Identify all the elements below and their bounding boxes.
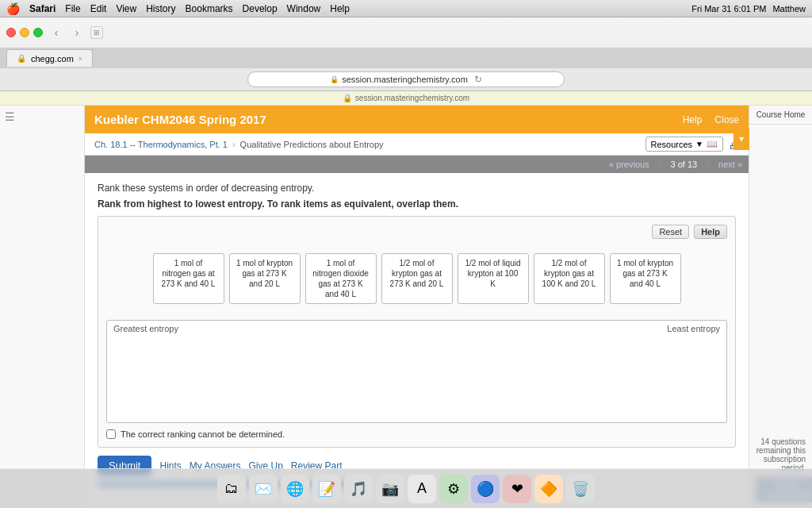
menu-bar: 🍎 Safari File Edit View History Bookmark… — [0, 0, 812, 17]
instruction2-text: Rank from highest to lowest entropy. To … — [98, 198, 458, 210]
ranking-area[interactable]: Greatest entropy Least entropy — [106, 320, 727, 423]
sidebar-menu-button[interactable]: ☰ — [0, 106, 84, 128]
main-content: Kuebler CHM2046 Spring 2017 Help Close C… — [85, 106, 749, 508]
menu-window[interactable]: Window — [287, 3, 321, 14]
browser-tab[interactable]: 🔒 chegg.com × — [6, 49, 93, 67]
browser-chrome: ‹ › ⊞ 🔒 chegg.com × 🔒 session.masteringc… — [0, 17, 812, 91]
greatest-entropy-label: Greatest entropy — [113, 324, 178, 333]
menu-edit[interactable]: Edit — [90, 3, 107, 14]
security-url: session.masteringchemistry.com — [355, 94, 469, 102]
dock: 🗂 ✉️ 🌐 📝 🎵 📷 A ⚙ 🔵 ❤ 🔶 🗑️ — [0, 468, 812, 508]
close-window-button[interactable] — [6, 28, 16, 37]
address-bar[interactable]: 🔒 session.masteringchemistry.com ↻ — [247, 71, 565, 87]
tab-close-icon[interactable]: × — [79, 55, 82, 63]
drag-item-1[interactable]: 1 mol of krypton gas at 273 K and 20 L — [229, 253, 301, 304]
right-sidebar: Course Home 14 questions remaining this … — [749, 106, 812, 508]
app-name[interactable]: Safari — [29, 3, 56, 14]
maximize-window-button[interactable] — [33, 28, 43, 37]
breadcrumb-current: Qualitative Predictions about Entropy — [240, 140, 384, 149]
menu-history[interactable]: History — [146, 3, 175, 14]
instruction2: Rank from highest to lowest entropy. To … — [98, 198, 736, 210]
items-area: 1 mol of nitrogen gas at 273 K and 40 L … — [106, 247, 727, 310]
dock-icon-app3[interactable]: 🔵 — [471, 475, 500, 503]
drag-container: Reset Help 1 mol of nitrogen gas at 273 … — [98, 216, 736, 448]
book-icon: 📖 — [707, 139, 718, 149]
breadcrumb-bar: Ch. 18.1 -- Thermodynamics, Pt. 1 › Qual… — [85, 133, 749, 156]
drag-item-2[interactable]: 1 mol of nitrogen dioxide gas at 273 K a… — [305, 253, 377, 304]
content-area: Rank these systems in order of decreasin… — [85, 173, 749, 508]
back-button[interactable]: ‹ — [49, 25, 63, 40]
menu-bookmarks[interactable]: Bookmarks — [186, 3, 233, 14]
lock-small-icon: 🔒 — [17, 54, 26, 63]
instruction1: Rank these systems in order of decreasin… — [98, 183, 736, 194]
menu-file[interactable]: File — [65, 3, 80, 14]
address-bar-row: 🔒 session.masteringchemistry.com ↻ — [0, 68, 812, 90]
help-link[interactable]: Help — [683, 114, 703, 125]
reload-button[interactable]: ↻ — [474, 74, 482, 85]
forward-button[interactable]: › — [70, 25, 84, 40]
breadcrumb-separator: › — [232, 140, 236, 149]
dock-icon-notes[interactable]: 📝 — [312, 475, 341, 503]
dock-icon-finder[interactable]: 🗂 — [217, 475, 246, 503]
traffic-lights — [6, 28, 43, 37]
dock-icon-app2[interactable]: ⚙ — [439, 475, 468, 503]
questions-remaining-text: 14 questions remaining this subscription… — [756, 437, 806, 472]
dock-icon-app1[interactable]: A — [408, 475, 436, 503]
tab-switcher-button[interactable]: ⊞ — [90, 26, 103, 39]
minimize-window-button[interactable] — [20, 28, 29, 37]
pagination-separator: | — [659, 160, 661, 169]
pagination-bar: « previous | 3 of 13 | next » — [85, 156, 749, 173]
left-sidebar: ☰ — [0, 106, 85, 508]
sidebar-toggle-button[interactable]: ▾ — [733, 128, 749, 150]
cannot-determine-label: The correct ranking cannot be determined… — [121, 429, 285, 439]
checkbox-row: The correct ranking cannot be determined… — [106, 429, 727, 439]
drag-item-3[interactable]: 1/2 mol of krypton gas at 273 K and 20 L — [381, 253, 453, 304]
resources-button[interactable]: Resources ▼ 📖 — [645, 137, 723, 152]
resources-label: Resources — [651, 140, 693, 149]
menu-develop[interactable]: Develop — [243, 3, 278, 14]
dock-icon-app4[interactable]: ❤ — [503, 475, 531, 503]
security-lock-icon: 🔒 — [343, 94, 352, 102]
drag-item-6[interactable]: 1 mol of krypton gas at 273 K and 40 L — [610, 253, 681, 304]
menu-bar-user: Matthew — [772, 4, 806, 13]
drag-item-4[interactable]: 1/2 mol of liquid krypton at 100 K — [458, 253, 529, 304]
course-title: Kuebler CHM2046 Spring 2017 — [94, 113, 266, 126]
tab-title: chegg.com — [31, 54, 74, 64]
menu-bar-datetime: Fri Mar 31 6:01 PM — [691, 4, 766, 13]
dock-icon-music[interactable]: 🎵 — [344, 475, 373, 503]
drag-item-0[interactable]: 1 mol of nitrogen gas at 273 K and 40 L — [153, 253, 224, 304]
dock-icon-browser[interactable]: 🌐 — [281, 475, 309, 503]
dock-icon-trash[interactable]: 🗑️ — [566, 475, 595, 503]
cannot-determine-checkbox[interactable] — [106, 429, 116, 439]
help-button[interactable]: Help — [694, 225, 727, 239]
menu-view[interactable]: View — [116, 3, 136, 14]
drag-item-5[interactable]: 1/2 mol of krypton gas at 100 K and 20 L — [534, 253, 605, 304]
prev-page-button[interactable]: « previous — [609, 160, 649, 169]
menu-help[interactable]: Help — [330, 3, 350, 14]
tab-bar: 🔒 chegg.com × — [0, 48, 812, 68]
pagination-separator2: | — [707, 160, 709, 169]
next-page-button[interactable]: next » — [718, 160, 742, 169]
course-header: Kuebler CHM2046 Spring 2017 Help Close — [85, 106, 749, 133]
close-link[interactable]: Close — [714, 114, 739, 125]
apple-menu[interactable]: 🍎 — [6, 2, 20, 15]
course-home-label: Course Home — [749, 106, 812, 125]
address-text: session.masteringchemistry.com — [342, 75, 468, 84]
hamburger-icon: ☰ — [5, 110, 15, 123]
reset-button[interactable]: Reset — [652, 225, 689, 239]
resources-icon: ▼ — [695, 140, 703, 148]
breadcrumb-link[interactable]: Ch. 18.1 -- Thermodynamics, Pt. 1 — [94, 140, 228, 149]
dock-icon-app5[interactable]: 🔶 — [534, 475, 563, 503]
address-lock-icon: 🔒 — [330, 75, 339, 83]
security-bar: 🔒 session.masteringchemistry.com — [0, 91, 812, 106]
dock-icon-photos[interactable]: 📷 — [376, 475, 404, 503]
course-page: ☰ Kuebler CHM2046 Spring 2017 Help Close… — [0, 106, 812, 508]
least-entropy-label: Least entropy — [667, 324, 720, 333]
pagination-info: 3 of 13 — [671, 160, 698, 169]
dock-icon-mail[interactable]: ✉️ — [249, 475, 278, 503]
